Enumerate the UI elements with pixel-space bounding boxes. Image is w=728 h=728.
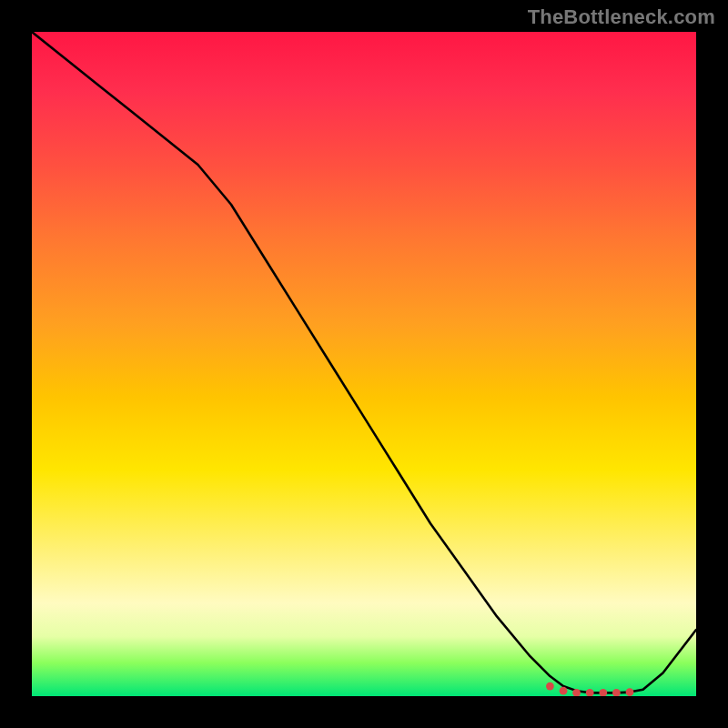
watermark-text: TheBottleneck.com [528,5,715,29]
sweet-spot-marker [586,689,594,696]
sweet-spot-marker [626,688,634,696]
sweet-spot-marker [560,687,568,695]
plot-area [32,32,696,696]
bottleneck-curve-line [32,32,696,693]
bottleneck-curve-svg [32,32,696,696]
sweet-spot-marker [599,689,607,696]
sweet-spot-marker [546,682,554,691]
sweet-spot-marker [612,689,621,696]
chart-frame: TheBottleneck.com [0,0,728,728]
